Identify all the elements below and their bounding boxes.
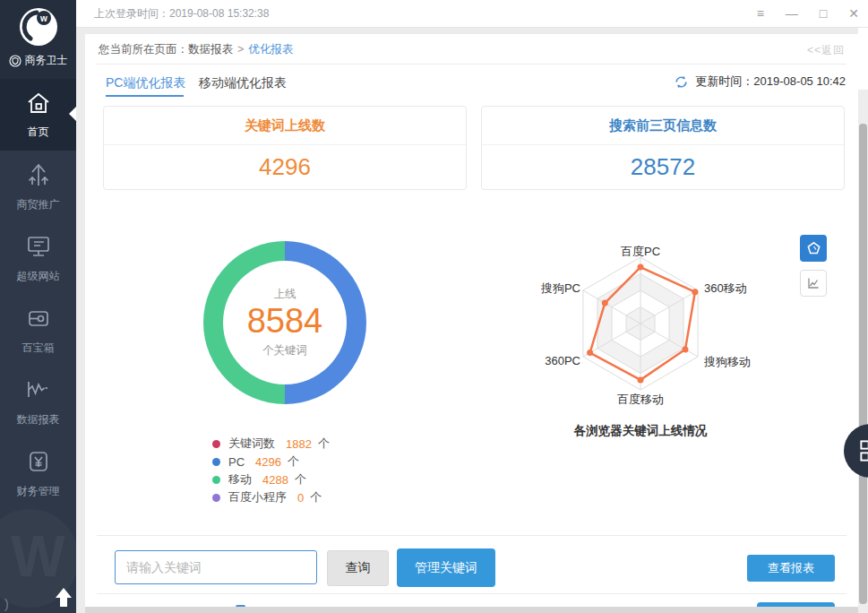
legend-value: 1882 — [286, 437, 312, 451]
legend-unit: 个 — [318, 436, 330, 452]
sidebar-item-label: 商贸推广 — [17, 197, 60, 212]
radar-axis-label: 搜狗移动 — [704, 354, 751, 370]
close-icon[interactable]: ✕ — [848, 7, 859, 20]
legend-value: 4288 — [262, 473, 288, 487]
donut-value: 8584 — [247, 302, 323, 341]
sidebar-nav: 首页 商贸推广 超级网站 — [0, 79, 76, 509]
arrow-up-icon — [56, 588, 72, 598]
brand-name: 商务卫士 — [25, 53, 68, 68]
manage-keywords-button[interactable]: 管理关键词 — [397, 548, 495, 587]
legend-item: PC 4296 个 — [212, 453, 330, 471]
monitor-icon — [25, 233, 52, 263]
sidebar-item-super-website[interactable]: 超级网站 — [0, 222, 76, 294]
breadcrumb-current[interactable]: 优化报表 — [248, 43, 293, 56]
line-chart-icon — [25, 376, 52, 407]
svg-text:w: w — [39, 13, 47, 23]
sidebar-item-label: 百宝箱 — [22, 341, 55, 356]
vertical-scrollbar — [858, 27, 868, 613]
donut-chart: 上线 8584 个关键词 — [203, 241, 366, 404]
donut-legend: 关键词数 1882 个 PC 4296 个 移动 4288 个 百度小程序 0 … — [212, 435, 330, 506]
view-report-button[interactable]: 查看报表 — [747, 555, 835, 582]
sidebar-item-label: 首页 — [28, 125, 49, 140]
scrollbar-thumb[interactable] — [859, 124, 867, 604]
query-button[interactable]: 查询 — [327, 550, 389, 586]
radar-axis-label: 360PC — [545, 354, 580, 367]
sidebar: w 商务卫士 首页 — [0, 0, 76, 613]
active-item-notch — [69, 107, 76, 121]
tab-mobile-report[interactable]: 移动端优化报表 — [199, 75, 287, 91]
refresh-area: 更新时间：2019-08-05 10:42 — [674, 73, 846, 90]
breadcrumb: 您当前所在页面：数据报表>优化报表 — [99, 42, 293, 57]
radar-axis-label: 360移动 — [704, 281, 747, 297]
qr-code-icon — [859, 439, 868, 462]
window-controls: ≡ — □ ✕ — [757, 0, 859, 27]
legend-dot — [212, 494, 220, 502]
stat-card-title: 关键词上线数 — [104, 107, 466, 145]
sidebar-item-home[interactable]: 首页 — [0, 79, 76, 151]
donut-label-bottom: 个关键词 — [262, 343, 307, 358]
legend-label: 移动 — [228, 471, 252, 488]
menu-icon[interactable]: ≡ — [757, 7, 764, 20]
main-panel: 您当前所在页面：数据报表>优化报表 <<返回 PC端优化报表 移动端优化报表 更… — [85, 34, 858, 613]
sidebar-item-data-report[interactable]: 数据报表 — [0, 366, 76, 437]
legend-item: 移动 4288 个 — [212, 471, 330, 488]
update-time-text: 更新时间：2019-08-05 10:42 — [695, 73, 846, 90]
radar-axis-label: 百度移动 — [617, 392, 664, 408]
legend-unit: 个 — [295, 471, 306, 488]
legend-dot — [212, 476, 220, 484]
legend-value: 0 — [297, 491, 304, 505]
radar-chart — [569, 252, 712, 395]
stat-card-top3-pages: 搜索前三页信息数 28572 — [481, 106, 845, 190]
active-tab-underline — [106, 95, 184, 97]
app-window: w 商务卫士 首页 — [0, 0, 868, 613]
donut-label-top: 上线 — [274, 287, 296, 302]
stat-card-value: 28572 — [482, 145, 844, 189]
radar-caption: 各浏览器关键词上线情况 — [574, 423, 708, 439]
trend-view-button[interactable] — [800, 270, 827, 297]
breadcrumb-separator: > — [237, 43, 244, 56]
horizontal-scrollbar[interactable] — [85, 607, 858, 613]
legend-label: 关键词数 — [228, 436, 275, 452]
minimize-icon[interactable]: — — [786, 7, 798, 20]
titlebar: 上次登录时间：2019-08-08 15:32:38 ≡ — □ ✕ — [76, 0, 868, 28]
brand-area: w 商务卫士 — [0, 0, 76, 79]
radar-axis-label: 搜狗PC — [541, 281, 580, 297]
pentagon-icon — [806, 241, 821, 255]
sidebar-item-toolbox[interactable]: 百宝箱 — [0, 294, 76, 366]
refresh-icon[interactable] — [674, 74, 689, 90]
sidebar-item-label: 数据报表 — [17, 412, 60, 427]
scroll-to-top-arrow[interactable] — [56, 588, 72, 607]
app-logo-icon: w — [18, 6, 59, 47]
legend-unit: 个 — [310, 489, 322, 505]
sidebar-item-label: 财务管理 — [17, 484, 60, 499]
legend-dot — [212, 440, 220, 448]
sidebar-watermark-bracket: ) — [4, 597, 9, 611]
legend-label: 百度小程序 — [228, 489, 287, 505]
legend-label: PC — [228, 455, 245, 469]
legend-item: 百度小程序 0 个 — [212, 488, 330, 506]
keyword-input[interactable] — [115, 550, 317, 584]
sidebar-item-finance[interactable]: 财务管理 — [0, 437, 76, 509]
tab-pc-report[interactable]: PC端优化报表 — [106, 75, 185, 91]
radar-view-button[interactable] — [800, 235, 827, 262]
sidebar-item-trade-promotion[interactable]: 商贸推广 — [0, 151, 76, 222]
yuan-icon — [25, 448, 52, 479]
last-login-text: 上次登录时间：2019-08-08 15:32:38 — [94, 0, 269, 27]
sidebar-item-label: 超级网站 — [17, 269, 60, 284]
stat-card-keywords-online: 关键词上线数 4296 — [103, 106, 467, 190]
legend-value: 4296 — [255, 455, 281, 469]
stat-card-title: 搜索前三页信息数 — [482, 107, 844, 145]
brand-badge-icon — [9, 55, 21, 67]
radar-axis-label: 百度PC — [621, 244, 660, 260]
back-link[interactable]: <<返回 — [807, 43, 845, 58]
legend-unit: 个 — [288, 453, 299, 470]
divider — [97, 593, 847, 594]
divider — [97, 535, 847, 536]
toolbox-icon — [25, 305, 52, 335]
promotion-arrows-icon — [25, 161, 52, 192]
divider — [97, 64, 847, 65]
home-icon — [25, 91, 52, 119]
brand: 商务卫士 — [0, 53, 76, 68]
maximize-icon[interactable]: □ — [820, 7, 827, 20]
breadcrumb-section: 数据报表 — [188, 43, 233, 56]
